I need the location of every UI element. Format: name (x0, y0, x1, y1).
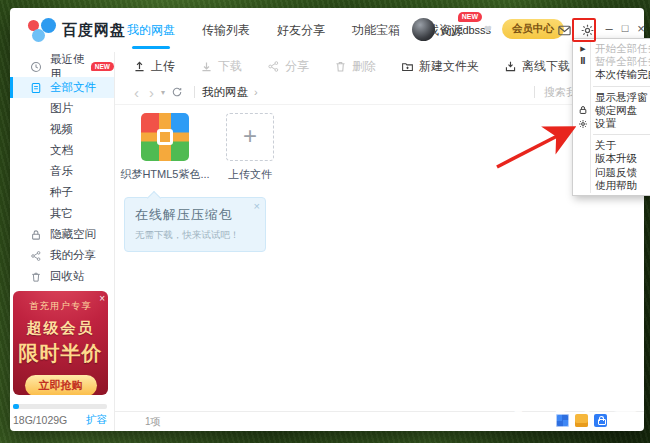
promo-card[interactable]: × 首充用户专享 超级会员 限时半价 立即抢购 (13, 291, 108, 395)
new-folder-button[interactable]: 新建文件夹 (401, 58, 479, 75)
message-icon[interactable] (557, 23, 572, 38)
divider (194, 86, 195, 98)
menu-item-start-all-tasks[interactable]: ▶ 开始全部任务 (573, 42, 650, 55)
file-name: 织梦HTML5紫色... (119, 167, 211, 182)
new-badge: NEW (458, 12, 482, 22)
sidebar-item-my-shares[interactable]: 我的分享 (10, 245, 114, 266)
menu-item-pause-all-tasks[interactable]: Ⅱ 暂停全部任务 (573, 55, 650, 68)
upload-tile-label: 上传文件 (211, 167, 289, 182)
settings-dropdown-menu: ▶ 开始全部任务 Ⅱ 暂停全部任务 本次传输完自动关机 显示悬浮窗 锁定网盘 设… (572, 38, 650, 196)
menu-item-show-float-window[interactable]: 显示悬浮窗 (573, 91, 650, 104)
share-button[interactable]: 分享 (267, 58, 309, 75)
maximize-button[interactable]: □ (618, 22, 632, 34)
baidu-netdisk-logo-icon (28, 18, 56, 42)
toolbar: 上传 下载 分享 删除 新建文件夹 (115, 52, 644, 80)
tab-friend-share[interactable]: 好友分享 (275, 18, 327, 43)
tab-my-drive[interactable]: 我的网盘 (125, 18, 177, 43)
back-button[interactable]: ‹ (129, 84, 144, 101)
promo-title: 超级会员 (13, 319, 108, 338)
file-grid: 织梦HTML5紫色... + 上传文件 × 在线解压压缩包 无需下载，快来试试吧… (115, 105, 644, 411)
expand-storage-link[interactable]: 扩容 (86, 413, 107, 427)
app-window: 百度网盘 我的网盘 传输列表 好友分享 功能宝箱 找资源 NEW wjycdbs… (10, 8, 644, 431)
gear-icon (577, 117, 589, 130)
history-caret-icon[interactable]: ▾ (159, 88, 167, 97)
menu-item-version-upgrade[interactable]: 版本升级 (573, 152, 650, 165)
minimize-button[interactable]: – (602, 21, 616, 36)
trash-icon (30, 271, 42, 283)
breadcrumb-path[interactable]: 我的网盘 (202, 85, 248, 100)
offline-download-button[interactable]: 离线下载 ▾ (504, 58, 581, 75)
breadcrumb-sep-icon: › (254, 86, 258, 98)
zip-file-icon (141, 113, 189, 161)
avatar[interactable] (412, 18, 435, 41)
sidebar-item-pictures[interactable]: 图片 (10, 98, 114, 119)
sidebar-item-torrents[interactable]: 种子 (10, 182, 114, 203)
vip-level-icon: ♥ (484, 21, 492, 36)
divider (534, 86, 535, 98)
delete-button[interactable]: 删除 (334, 58, 376, 75)
forward-button[interactable]: › (144, 84, 159, 101)
tab-toolbox[interactable]: 功能宝箱 (350, 18, 402, 43)
sidebar-item-music[interactable]: 音乐 (10, 161, 114, 182)
lock-icon (30, 229, 42, 241)
vip-center-button[interactable]: 会员中心 (502, 19, 564, 39)
upload-file-tile[interactable]: + (226, 113, 274, 161)
file-icon (30, 82, 42, 94)
menu-item-settings[interactable]: 设置 (573, 117, 650, 130)
promo-subtitle: 限时半价 (13, 340, 108, 367)
upload-button[interactable]: 上传 (133, 58, 175, 75)
pause-icon: Ⅱ (577, 55, 589, 68)
sidebar: 最近使用 NEW 全部文件 图片 视频 文档 音乐 种子 其它 隐藏空间 我的分… (10, 52, 115, 431)
promo-buy-button[interactable]: 立即抢购 (25, 375, 97, 395)
play-icon: ▶ (577, 42, 589, 55)
titlebar: 百度网盘 我的网盘 传输列表 好友分享 功能宝箱 找资源 NEW wjycdbs… (10, 8, 644, 52)
main-area: 上传 下载 分享 删除 新建文件夹 (115, 52, 644, 431)
close-button[interactable]: × (634, 21, 644, 36)
menu-item-auto-shutdown[interactable]: 本次传输完自动关机 (573, 68, 650, 81)
menu-item-feedback[interactable]: 问题反馈 (573, 166, 650, 179)
menu-item-help[interactable]: 使用帮助 (573, 179, 650, 192)
item-count: 1项 (115, 415, 161, 429)
menu-item-lock-netdisk[interactable]: 锁定网盘 (573, 104, 650, 117)
file-item-zip[interactable] (141, 113, 189, 161)
plus-icon: + (243, 122, 257, 149)
menu-item-about[interactable]: 关于 (573, 139, 650, 152)
tooltip-subtitle: 无需下载，快来试试吧！ (135, 229, 255, 242)
desktop-background: { "app": { "title": "百度网盘", "tabs": [ { … (0, 0, 650, 443)
window-body: 最近使用 NEW 全部文件 图片 视频 文档 音乐 种子 其它 隐藏空间 我的分… (10, 52, 644, 431)
app-title: 百度网盘 (62, 21, 126, 40)
refresh-icon[interactable] (167, 86, 187, 98)
sidebar-item-others[interactable]: 其它 (10, 203, 114, 224)
sidebar-item-recent[interactable]: 最近使用 NEW (10, 56, 114, 77)
sidebar-item-videos[interactable]: 视频 (10, 119, 114, 140)
breadcrumb-bar: ‹ › ▾ 我的网盘 › 搜索我的网盘文件 (115, 80, 644, 105)
menu-separator (593, 134, 650, 135)
sidebar-item-all-files[interactable]: 全部文件 (10, 77, 114, 98)
close-icon[interactable]: × (254, 200, 260, 212)
tab-transfer-list[interactable]: 传输列表 (200, 18, 252, 43)
clock-icon (30, 61, 42, 73)
sidebar-item-hidden-space[interactable]: 隐藏空间 (10, 224, 114, 245)
new-badge: NEW (91, 62, 114, 72)
tooltip-title: 在线解压压缩包 (135, 206, 255, 224)
share-icon (30, 250, 42, 262)
lock-icon (577, 104, 589, 117)
status-bar: 1项 (115, 411, 644, 431)
promo-header: 首充用户专享 (13, 300, 108, 313)
storage-progress-fill (13, 404, 19, 409)
sidebar-item-documents[interactable]: 文档 (10, 140, 114, 161)
storage-progress-bar (13, 404, 107, 409)
unzip-tooltip: × 在线解压压缩包 无需下载，快来试试吧！ (124, 197, 266, 252)
storage-usage: 18G/1029G (13, 414, 67, 426)
download-button[interactable]: 下载 (200, 58, 242, 75)
storage-row: 18G/1029G 扩容 (13, 413, 107, 427)
menu-separator (593, 86, 650, 87)
sidebar-item-recycle-bin[interactable]: 回收站 (10, 266, 114, 287)
annotation-red-box (572, 18, 596, 42)
close-icon[interactable]: × (99, 293, 105, 304)
